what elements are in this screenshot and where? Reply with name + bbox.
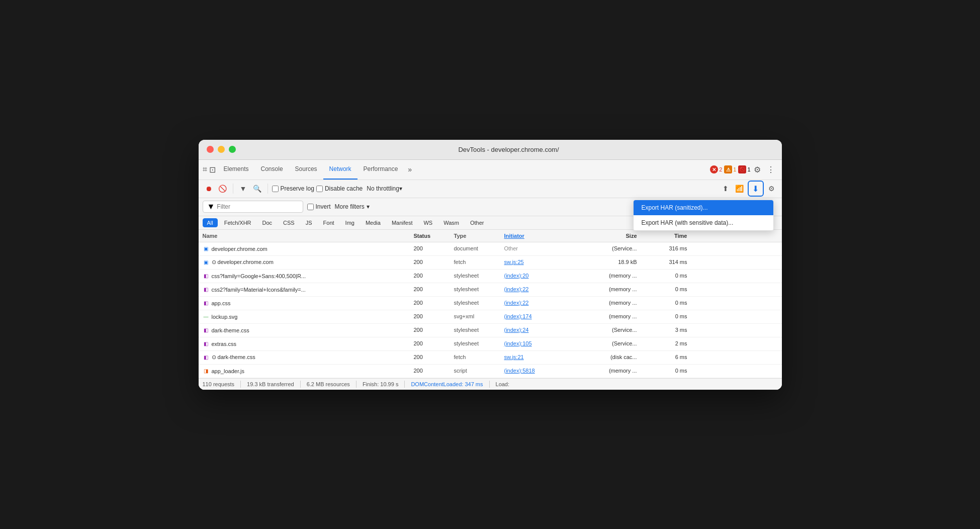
type-filter-wasm[interactable]: Wasm [439,218,464,227]
network-settings-button[interactable]: ⚙ [766,183,778,195]
transferred-size: 19.3 kB transferred [247,381,294,387]
row-initiator-4[interactable]: (index):22 [500,297,591,310]
filter-icon-button[interactable]: ▼ [237,183,249,195]
tab-network[interactable]: Network [323,159,358,180]
inspect-icon[interactable]: ⌗ [203,165,207,174]
preserve-log-checkbox[interactable]: Preserve log [272,185,314,192]
table-row[interactable]: ◧ app.css 200 stylesheet (index):22 (mem… [199,297,782,310]
row-initiator-2[interactable]: (index):20 [500,270,591,283]
record-button[interactable]: ⏺ [203,183,215,195]
row-type-icon-7: ◧ [203,340,210,347]
table-row[interactable]: ◧ dark-theme.css 200 stylesheet (index):… [199,324,782,337]
row-name-3: ◧ css2?family=Material+Icons&family=... [199,283,410,296]
row-name-8: ◧ ⊙ dark-theme.css [199,351,410,364]
wifi-icon-button[interactable]: 📶 [734,183,746,195]
row-name-9: ◨ app_loader.js [199,365,410,378]
clear-button[interactable]: 🚫 [217,183,229,195]
tab-sources[interactable]: Sources [289,159,323,180]
table-row[interactable]: ◧ ⊙ dark-theme.css 200 fetch sw.js:21 (d… [199,351,782,365]
export-har-sanitized-item[interactable]: Export HAR (sanitized)... [634,200,773,215]
upload-button[interactable]: ⬆ [720,183,732,195]
col-header-status[interactable]: Status [410,230,450,242]
table-row[interactable]: ◨ app_loader.js 200 script (index):5818 … [199,365,782,378]
throttling-select[interactable]: No throttling ▾ [365,184,404,193]
table-row[interactable]: — lockup.svg 200 svg+xml (index):174 (me… [199,310,782,324]
table-row[interactable]: ▣ developer.chrome.com 200 document Othe… [199,242,782,256]
row-initiator-1[interactable]: sw.js:25 [500,256,591,269]
close-button[interactable] [207,146,214,153]
row-size-6: (Service... [591,324,641,337]
row-status-9: 200 [410,365,450,378]
invert-checkbox-label[interactable]: Invert [307,203,331,210]
type-filter-img[interactable]: Img [341,218,359,227]
col-header-initiator[interactable]: Initiator [500,230,591,242]
row-name-text-9: app_loader.js [212,368,244,374]
type-filter-other[interactable]: Other [466,218,489,227]
row-name-4: ◧ app.css [199,297,410,310]
row-name-6: ◧ dark-theme.css [199,324,410,337]
warn-icon: ⚠ [724,165,732,173]
row-type-icon-6: ◧ [203,327,210,334]
row-initiator-7[interactable]: (index):105 [500,337,591,350]
row-status-5: 200 [410,310,450,323]
row-time-2: 0 ms [641,270,691,283]
traffic-lights [207,146,236,153]
type-filter-fetchxhr[interactable]: Fetch/XHR [220,218,256,227]
table-row[interactable]: ▣ ⊙ developer.chrome.com 200 fetch sw.js… [199,256,782,270]
row-type-1: fetch [450,256,500,269]
row-initiator-8[interactable]: sw.js:21 [500,351,591,364]
error-icon: ✕ [710,165,718,173]
col-header-size[interactable]: Size [591,230,641,242]
settings-icon[interactable]: ⚙ [751,165,764,174]
row-initiator-9[interactable]: (index):5818 [500,365,591,378]
row-size-3: (memory ... [591,283,641,296]
row-initiator-6[interactable]: (index):24 [500,324,591,337]
table-row[interactable]: ◧ css?family=Google+Sans:400,500|R... 20… [199,270,782,283]
invert-checkbox[interactable] [307,204,314,210]
type-filter-css[interactable]: CSS [279,218,299,227]
disable-cache-checkbox[interactable]: Disable cache [316,185,363,192]
row-status-2: 200 [410,270,450,283]
export-dropdown-menu: Export HAR (sanitized)... Export HAR (wi… [633,200,774,231]
table-row[interactable]: ◧ css2?family=Material+Icons&family=... … [199,283,782,297]
tab-console[interactable]: Console [255,159,289,180]
export-har-sensitive-item[interactable]: Export HAR (with sensitive data)... [634,215,773,230]
network-table: Name Status Type Initiator Size Time ▣ d… [199,230,782,378]
filter-input[interactable] [217,203,292,210]
type-filter-manifest[interactable]: Manifest [387,218,417,227]
row-initiator-3[interactable]: (index):22 [500,283,591,296]
type-filter-media[interactable]: Media [361,218,385,227]
row-name-text-8: ⊙ dark-theme.css [212,354,255,361]
error-badge: ✕ 2 [710,165,722,173]
row-size-2: (memory ... [591,270,641,283]
col-header-type[interactable]: Type [450,230,500,242]
tab-performance[interactable]: Performance [358,159,404,180]
col-header-name[interactable]: Name [199,230,410,242]
type-filter-js[interactable]: JS [301,218,317,227]
more-filters-button[interactable]: More filters ▾ [335,203,370,210]
disable-cache-input[interactable] [316,186,323,192]
minimize-button[interactable] [218,146,225,153]
preserve-log-input[interactable] [272,186,279,192]
row-name-text-6: dark-theme.css [212,327,249,333]
row-initiator-5[interactable]: (index):174 [500,310,591,323]
menu-icon[interactable]: ⋮ [764,165,778,174]
search-button[interactable]: 🔍 [251,183,263,195]
type-filter-ws[interactable]: WS [419,218,437,227]
warn-badge: ⚠ 1 [724,165,736,173]
type-filter-all[interactable]: All [203,218,218,227]
devtools-window: DevTools - developer.chrome.com/ ⌗ ⊡ Ele… [199,140,782,390]
row-type-icon-1: ▣ [203,259,210,266]
more-tabs-button[interactable]: » [404,165,416,173]
fullscreen-button[interactable] [229,146,236,153]
type-filter-font[interactable]: Font [319,218,339,227]
device-toggle-icon[interactable]: ⊡ [209,165,216,174]
export-har-button[interactable]: ⬇ [748,181,764,197]
tab-elements[interactable]: Elements [218,159,255,180]
col-header-time[interactable]: Time [641,230,691,242]
filter-input-wrap: ▼ [203,201,303,213]
type-filter-doc[interactable]: Doc [258,218,277,227]
table-row[interactable]: ◧ extras.css 200 stylesheet (index):105 … [199,337,782,351]
row-type-6: stylesheet [450,324,500,337]
row-size-4: (memory ... [591,297,641,310]
